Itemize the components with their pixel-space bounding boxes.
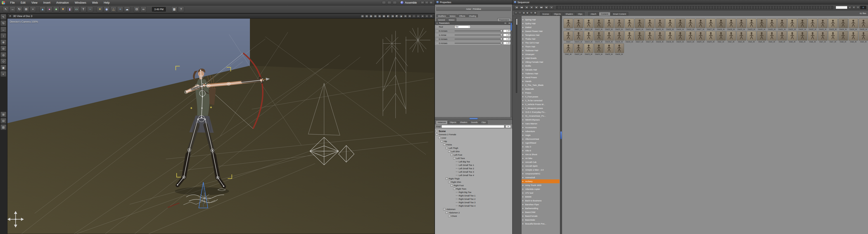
thumbnail-image[interactable] xyxy=(655,31,665,41)
tree-item-scene[interactable]: −Scene xyxy=(435,129,512,133)
pan-tool[interactable]: + xyxy=(30,6,36,12)
twisty-icon[interactable]: − xyxy=(436,130,438,132)
menu-insert[interactable]: Insert xyxy=(40,0,53,5)
folder-vidal-braids[interactable]: ▶Vidal Braids xyxy=(522,56,560,60)
folder-vehicle-poses-m[interactable]: ▶!!_Vehicle Poses M... xyxy=(522,102,560,106)
preview-mode-icon[interactable]: ▩ xyxy=(382,15,386,18)
forward-icon[interactable]: ▶ xyxy=(526,11,529,15)
thumbnail-image[interactable] xyxy=(686,19,695,28)
collapse-arrow-icon[interactable]: ▶ xyxy=(522,57,524,59)
collapse-triangle-icon[interactable]: ▼ xyxy=(436,22,438,24)
refresh-icon[interactable]: ↻ xyxy=(530,11,533,15)
properties-scrollbar[interactable] xyxy=(510,22,512,118)
thumbnail-image[interactable] xyxy=(615,19,624,28)
twisty-icon[interactable]: − xyxy=(448,181,450,183)
rail-scrollbar[interactable] xyxy=(516,18,517,93)
thumbnail-image[interactable] xyxy=(564,44,573,53)
thumbnail-image[interactable] xyxy=(716,31,726,41)
collapse-arrow-icon[interactable]: ▶ xyxy=(522,142,524,144)
content-thumbnail[interactable]: Gia28_At xyxy=(726,19,736,31)
content-thumbnail[interactable]: Gia23_At xyxy=(584,44,594,56)
content-thumbnail[interactable]: Gia25_At xyxy=(665,19,675,31)
content-thumbnail[interactable]: Gia23_Ar xyxy=(614,19,624,31)
content-thumbnail[interactable]: Gia1! xyxy=(563,19,573,31)
content-thumbnail[interactable]: Gia4_At xyxy=(767,31,777,43)
collapse-arrow-icon[interactable]: ▶ xyxy=(522,169,524,171)
thumbnail-image[interactable] xyxy=(645,31,654,41)
tree-item-left-toes[interactable]: −Left Toes xyxy=(435,157,512,160)
folder-hands[interactable]: ▶Hands xyxy=(522,79,560,83)
thumbnail-image[interactable] xyxy=(564,19,573,28)
select-tool[interactable]: ↖ xyxy=(3,6,9,12)
folder-scrollbar-thumb[interactable] xyxy=(560,131,562,139)
tab-motion[interactable]: Motion xyxy=(448,14,457,18)
create-text-icon[interactable]: T xyxy=(80,6,86,12)
find-input[interactable] xyxy=(441,125,504,128)
collapse-arrow-icon[interactable]: ▶ xyxy=(522,161,524,163)
tab-general[interactable]: General xyxy=(436,18,447,21)
create-cube-icon[interactable]: ■ xyxy=(53,6,59,12)
folder-temptress-hair[interactable]: ▶Temptress Hair xyxy=(522,33,560,37)
parameter-dial-icon[interactable] xyxy=(436,34,438,36)
folder-umanyari[interactable]: ▶Umanyari xyxy=(522,52,560,56)
tree-item-abdomen-2[interactable]: −Abdomen 2 xyxy=(435,211,512,214)
thumbnail-image[interactable] xyxy=(584,19,593,28)
thumbnail-image[interactable] xyxy=(828,19,838,28)
collapse-arrow-icon[interactable]: ▶ xyxy=(522,146,524,148)
zoom-out-tool[interactable]: ⊖ xyxy=(0,46,6,51)
collapse-arrow-icon[interactable]: ▶ xyxy=(522,154,524,155)
content-thumbnail[interactable]: Gia8_At xyxy=(848,31,858,43)
thumbnail-image[interactable] xyxy=(838,31,848,41)
folder-aircraft-spirit[interactable]: ▶Aircraft Spirit xyxy=(522,164,560,168)
tab-shaders[interactable]: Shaders xyxy=(563,12,576,16)
collapse-arrow-icon[interactable]: ▶ xyxy=(522,188,524,190)
folder-weapons-poses[interactable]: ▶!!_Weapons poses xyxy=(522,106,560,110)
menu-edit[interactable]: Edit xyxy=(18,0,29,5)
menu-animation[interactable]: Animation xyxy=(53,0,72,5)
folder-aiko-6[interactable]: ▶Aiko 6 xyxy=(522,149,560,152)
tab-instances[interactable]: Instances xyxy=(436,121,447,124)
twisty-icon[interactable]: − xyxy=(453,188,455,190)
thumbnail-image[interactable] xyxy=(808,19,817,28)
tab-objects[interactable]: Objects xyxy=(552,12,563,16)
folder-air-bike[interactable]: ▶Air bike xyxy=(522,156,560,160)
content-thumbnail[interactable]: Gia26_Ar xyxy=(675,19,685,31)
create-light-icon[interactable]: ☀ xyxy=(97,6,103,12)
folder-toulouse-hair[interactable]: ▶Toulouse Hair xyxy=(522,49,560,52)
content-thumbnail[interactable]: Gia18_Ar xyxy=(655,31,665,43)
create-cone-icon[interactable]: ▼ xyxy=(60,6,66,12)
menu-web[interactable]: Web xyxy=(89,0,101,5)
collapse-arrow-icon[interactable]: ▶ xyxy=(522,104,524,105)
tab-smart-content[interactable]: Smart Content xyxy=(611,12,628,16)
play-button[interactable]: ▶ xyxy=(534,6,539,9)
content-thumbnail[interactable]: Gia25_Ar xyxy=(655,19,665,31)
sequencer-titlebar[interactable]: Sequencer xyxy=(513,0,868,4)
textured-mode-icon[interactable]: ▨ xyxy=(378,15,381,18)
tab-content[interactable]: Content xyxy=(599,12,611,16)
remove-icon[interactable]: − xyxy=(518,11,522,15)
content-thumbnail[interactable]: Gia14_Ar xyxy=(573,31,584,43)
collapse-arrow-icon[interactable]: ▶ xyxy=(522,215,524,217)
collapse-arrow-icon[interactable]: ▶ xyxy=(522,150,524,152)
content-thumbnail[interactable]: Gia27_At xyxy=(706,19,716,31)
content-thumbnail[interactable]: Gia3_At xyxy=(746,31,756,43)
folder-sweet-flower-hair[interactable]: ▶Sweet Flower Hair xyxy=(522,29,560,33)
shade-tool[interactable]: ◐ xyxy=(0,71,6,77)
tree-item-right-small-toe-4[interactable]: Right Small Toe 4 xyxy=(435,204,512,208)
collapse-arrow-icon[interactable]: ▶ xyxy=(522,100,524,102)
save-doc-icon[interactable] xyxy=(393,1,397,4)
twisty-icon[interactable]: − xyxy=(446,212,448,214)
folder-b9999[interactable]: ▶B9999 xyxy=(522,195,560,199)
collapse-arrow-icon[interactable]: ▶ xyxy=(522,123,524,125)
content-thumbnail[interactable]: Gia20_Ar xyxy=(695,31,706,43)
camera-selector[interactable]: Director's Camera 100% xyxy=(10,20,38,23)
tree-item-left-small-toe-1[interactable]: Left Small Toe 1 xyxy=(435,163,512,167)
tree-item-left-foot[interactable]: −Left Foot xyxy=(435,153,512,157)
content-thumbnail[interactable]: Gia24_Ar xyxy=(634,19,645,31)
thumbnail-image[interactable] xyxy=(574,44,583,53)
content-thumbnail[interactable]: Gia14_At xyxy=(584,31,594,43)
folder-basicmale[interactable]: ▶BasicMale xyxy=(522,218,560,222)
collapse-arrow-icon[interactable]: ▶ xyxy=(522,115,524,117)
content-thumbnail[interactable]: Gia16_At xyxy=(624,31,634,43)
twisty-icon[interactable]: − xyxy=(451,154,453,156)
